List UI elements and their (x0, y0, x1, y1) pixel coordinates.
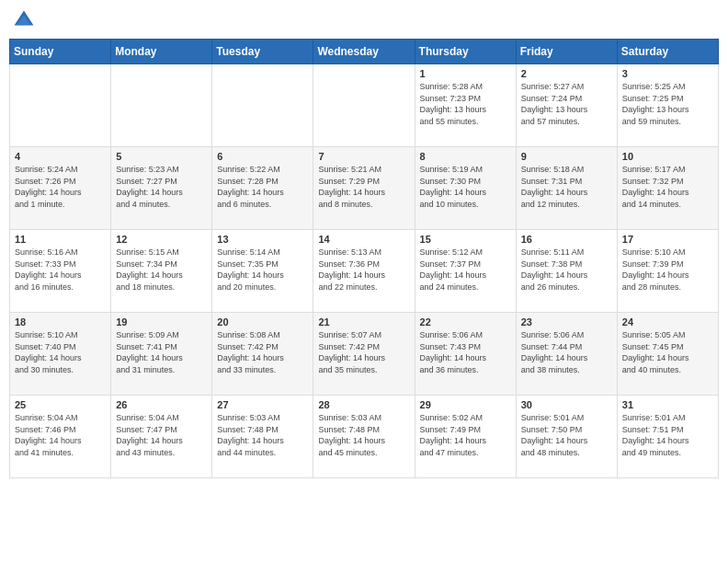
day-number: 17 (622, 234, 713, 245)
day-info: Sunrise: 5:11 AM Sunset: 7:38 PM Dayligh… (521, 247, 612, 293)
calendar-cell: 26Sunrise: 5:04 AM Sunset: 7:47 PM Dayli… (111, 396, 212, 478)
calendar-cell: 29Sunrise: 5:02 AM Sunset: 7:49 PM Dayli… (415, 396, 516, 478)
calendar-cell (212, 64, 313, 147)
weekday-header: Tuesday (212, 40, 313, 64)
calendar-cell (111, 64, 212, 147)
day-info: Sunrise: 5:13 AM Sunset: 7:36 PM Dayligh… (318, 247, 409, 293)
calendar-cell: 9Sunrise: 5:18 AM Sunset: 7:31 PM Daylig… (516, 147, 617, 230)
day-number: 2 (521, 68, 612, 79)
calendar-cell: 15Sunrise: 5:12 AM Sunset: 7:37 PM Dayli… (415, 230, 516, 313)
day-info: Sunrise: 5:21 AM Sunset: 7:29 PM Dayligh… (318, 164, 409, 210)
calendar-cell: 24Sunrise: 5:05 AM Sunset: 7:45 PM Dayli… (617, 313, 718, 396)
calendar-body: 1Sunrise: 5:28 AM Sunset: 7:23 PM Daylig… (10, 64, 719, 478)
calendar-cell (10, 64, 111, 147)
calendar-cell: 2Sunrise: 5:27 AM Sunset: 7:24 PM Daylig… (516, 64, 617, 147)
day-number: 5 (116, 151, 207, 162)
day-number: 7 (318, 151, 409, 162)
calendar-cell: 4Sunrise: 5:24 AM Sunset: 7:26 PM Daylig… (10, 147, 111, 230)
day-info: Sunrise: 5:03 AM Sunset: 7:48 PM Dayligh… (217, 412, 308, 458)
day-info: Sunrise: 5:01 AM Sunset: 7:50 PM Dayligh… (521, 412, 612, 458)
logo (13, 9, 39, 31)
calendar-cell: 22Sunrise: 5:06 AM Sunset: 7:43 PM Dayli… (415, 313, 516, 396)
weekday-header-row: SundayMondayTuesdayWednesdayThursdayFrid… (10, 40, 719, 64)
day-number: 3 (622, 68, 713, 79)
calendar-cell: 16Sunrise: 5:11 AM Sunset: 7:38 PM Dayli… (516, 230, 617, 313)
day-number: 12 (116, 234, 207, 245)
calendar-cell: 12Sunrise: 5:15 AM Sunset: 7:34 PM Dayli… (111, 230, 212, 313)
day-info: Sunrise: 5:10 AM Sunset: 7:39 PM Dayligh… (622, 247, 713, 293)
calendar-week-row: 18Sunrise: 5:10 AM Sunset: 7:40 PM Dayli… (10, 313, 719, 396)
calendar-cell: 27Sunrise: 5:03 AM Sunset: 7:48 PM Dayli… (212, 396, 313, 478)
calendar-cell: 25Sunrise: 5:04 AM Sunset: 7:46 PM Dayli… (10, 396, 111, 478)
calendar-cell (313, 64, 415, 147)
day-number: 21 (318, 316, 409, 327)
day-number: 28 (318, 399, 409, 410)
day-info: Sunrise: 5:17 AM Sunset: 7:32 PM Dayligh… (622, 164, 713, 210)
calendar-cell: 6Sunrise: 5:22 AM Sunset: 7:28 PM Daylig… (212, 147, 313, 230)
calendar-cell: 10Sunrise: 5:17 AM Sunset: 7:32 PM Dayli… (617, 147, 718, 230)
calendar-cell: 19Sunrise: 5:09 AM Sunset: 7:41 PM Dayli… (111, 313, 212, 396)
day-info: Sunrise: 5:02 AM Sunset: 7:49 PM Dayligh… (420, 412, 511, 458)
calendar-cell: 18Sunrise: 5:10 AM Sunset: 7:40 PM Dayli… (10, 313, 111, 396)
day-number: 29 (420, 399, 511, 410)
calendar-cell: 14Sunrise: 5:13 AM Sunset: 7:36 PM Dayli… (313, 230, 415, 313)
day-info: Sunrise: 5:16 AM Sunset: 7:33 PM Dayligh… (15, 247, 106, 293)
day-info: Sunrise: 5:12 AM Sunset: 7:37 PM Dayligh… (420, 247, 511, 293)
weekday-header: Monday (111, 40, 212, 64)
day-info: Sunrise: 5:15 AM Sunset: 7:34 PM Dayligh… (116, 247, 207, 293)
day-number: 19 (116, 316, 207, 327)
day-info: Sunrise: 5:10 AM Sunset: 7:40 PM Dayligh… (15, 329, 106, 375)
calendar-cell: 7Sunrise: 5:21 AM Sunset: 7:29 PM Daylig… (313, 147, 415, 230)
calendar-cell: 13Sunrise: 5:14 AM Sunset: 7:35 PM Dayli… (212, 230, 313, 313)
calendar-cell: 3Sunrise: 5:25 AM Sunset: 7:25 PM Daylig… (617, 64, 718, 147)
calendar-cell: 30Sunrise: 5:01 AM Sunset: 7:50 PM Dayli… (516, 396, 617, 478)
day-info: Sunrise: 5:14 AM Sunset: 7:35 PM Dayligh… (217, 247, 308, 293)
calendar-cell: 5Sunrise: 5:23 AM Sunset: 7:27 PM Daylig… (111, 147, 212, 230)
calendar-cell: 17Sunrise: 5:10 AM Sunset: 7:39 PM Dayli… (617, 230, 718, 313)
day-info: Sunrise: 5:19 AM Sunset: 7:30 PM Dayligh… (420, 164, 511, 210)
day-info: Sunrise: 5:25 AM Sunset: 7:25 PM Dayligh… (622, 81, 713, 127)
day-info: Sunrise: 5:01 AM Sunset: 7:51 PM Dayligh… (622, 412, 713, 458)
calendar-cell: 23Sunrise: 5:06 AM Sunset: 7:44 PM Dayli… (516, 313, 617, 396)
day-number: 24 (622, 316, 713, 327)
day-info: Sunrise: 5:08 AM Sunset: 7:42 PM Dayligh… (217, 329, 308, 375)
day-number: 16 (521, 234, 612, 245)
day-info: Sunrise: 5:05 AM Sunset: 7:45 PM Dayligh… (622, 329, 713, 375)
day-info: Sunrise: 5:03 AM Sunset: 7:48 PM Dayligh… (318, 412, 409, 458)
day-number: 15 (420, 234, 511, 245)
day-info: Sunrise: 5:24 AM Sunset: 7:26 PM Dayligh… (15, 164, 106, 210)
calendar-cell: 1Sunrise: 5:28 AM Sunset: 7:23 PM Daylig… (415, 64, 516, 147)
calendar-week-row: 1Sunrise: 5:28 AM Sunset: 7:23 PM Daylig… (10, 64, 719, 147)
day-info: Sunrise: 5:07 AM Sunset: 7:42 PM Dayligh… (318, 329, 409, 375)
calendar-cell: 21Sunrise: 5:07 AM Sunset: 7:42 PM Dayli… (313, 313, 415, 396)
calendar-cell: 28Sunrise: 5:03 AM Sunset: 7:48 PM Dayli… (313, 396, 415, 478)
day-info: Sunrise: 5:04 AM Sunset: 7:46 PM Dayligh… (15, 412, 106, 458)
calendar-header: SundayMondayTuesdayWednesdayThursdayFrid… (10, 40, 719, 64)
day-number: 9 (521, 151, 612, 162)
day-number: 1 (420, 68, 511, 79)
day-number: 18 (15, 316, 106, 327)
day-info: Sunrise: 5:18 AM Sunset: 7:31 PM Dayligh… (521, 164, 612, 210)
calendar-cell: 20Sunrise: 5:08 AM Sunset: 7:42 PM Dayli… (212, 313, 313, 396)
day-number: 27 (217, 399, 308, 410)
weekday-header: Friday (516, 40, 617, 64)
calendar-table: SundayMondayTuesdayWednesdayThursdayFrid… (9, 39, 719, 478)
day-number: 20 (217, 316, 308, 327)
day-number: 14 (318, 234, 409, 245)
weekday-header: Saturday (617, 40, 718, 64)
day-number: 11 (15, 234, 106, 245)
day-info: Sunrise: 5:06 AM Sunset: 7:43 PM Dayligh… (420, 329, 511, 375)
weekday-header: Wednesday (313, 40, 415, 64)
day-info: Sunrise: 5:23 AM Sunset: 7:27 PM Dayligh… (116, 164, 207, 210)
day-number: 30 (521, 399, 612, 410)
calendar-cell: 11Sunrise: 5:16 AM Sunset: 7:33 PM Dayli… (10, 230, 111, 313)
day-info: Sunrise: 5:27 AM Sunset: 7:24 PM Dayligh… (521, 81, 612, 127)
day-info: Sunrise: 5:28 AM Sunset: 7:23 PM Dayligh… (420, 81, 511, 127)
calendar-week-row: 4Sunrise: 5:24 AM Sunset: 7:26 PM Daylig… (10, 147, 719, 230)
calendar-cell: 31Sunrise: 5:01 AM Sunset: 7:51 PM Dayli… (617, 396, 718, 478)
day-info: Sunrise: 5:09 AM Sunset: 7:41 PM Dayligh… (116, 329, 207, 375)
day-number: 22 (420, 316, 511, 327)
day-info: Sunrise: 5:06 AM Sunset: 7:44 PM Dayligh… (521, 329, 612, 375)
day-number: 8 (420, 151, 511, 162)
day-number: 13 (217, 234, 308, 245)
